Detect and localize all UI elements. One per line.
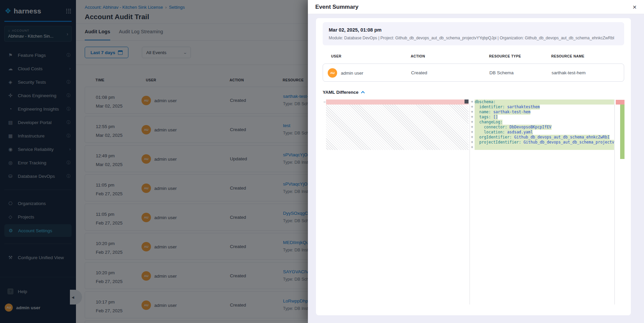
added-marker bbox=[620, 105, 625, 159]
yaml-line: changeLog: bbox=[475, 120, 614, 125]
chevron-up-icon bbox=[361, 91, 364, 94]
diff-original-pane bbox=[326, 99, 469, 150]
diff-overview-ruler bbox=[616, 99, 625, 305]
yaml-line: projectIdentifier: Github_db_devops_aut_… bbox=[475, 140, 614, 145]
event-timestamp: Mar 02, 2025, 01:08 pm bbox=[329, 27, 618, 33]
yaml-line: dbschema: bbox=[475, 99, 614, 105]
yaml-line bbox=[475, 145, 614, 150]
yaml-line: tags: [] bbox=[475, 115, 614, 120]
event-table-header: USER ACTION RESOURCE TYPE RESOURCE NAME bbox=[323, 54, 624, 59]
removed-line-bar bbox=[326, 99, 469, 105]
diff-empty-hatch bbox=[326, 105, 469, 150]
close-icon[interactable]: × bbox=[633, 4, 637, 10]
diff-sash-handle[interactable] bbox=[465, 99, 469, 104]
event-meta: Module: Database DevOps | Project: Githu… bbox=[329, 36, 618, 40]
yaml-line: name: sarthak-test-hem bbox=[475, 110, 614, 115]
event-summary-panel: Mar 02, 2025, 01:08 pm Module: Database … bbox=[316, 18, 631, 315]
yaml-line: orgIdentifier: Github_db_devops_aut_db_s… bbox=[475, 135, 614, 140]
yaml-diff-editor: − ++++++++++ dbschema: identifier: sarth… bbox=[323, 99, 624, 305]
drawer-header: Event Summary × bbox=[308, 0, 644, 14]
diff-modified-pane: dbschema: identifier: sarthaktesthem nam… bbox=[475, 99, 614, 150]
added-line-gutter: ++++++++++ bbox=[471, 99, 475, 150]
yaml-line: location: asdsad.yaml bbox=[475, 130, 614, 135]
removed-marker bbox=[616, 100, 625, 105]
event-summary-drawer: Event Summary × Mar 02, 2025, 01:08 pm M… bbox=[308, 0, 644, 323]
yaml-difference-toggle[interactable]: YAML Difference bbox=[323, 90, 365, 95]
avatar: AU bbox=[328, 68, 337, 78]
app-root: ❖ harness ⌂ ACCOUNT Abhinav - Kitchen Si… bbox=[0, 0, 644, 323]
drawer-title: Event Summary bbox=[315, 4, 633, 10]
divider bbox=[470, 99, 470, 305]
event-info-card: Mar 02, 2025, 01:08 pm Module: Database … bbox=[323, 22, 624, 45]
yaml-line: connector: DbDevopsoBKpcpIfEV bbox=[475, 125, 614, 130]
divider bbox=[614, 99, 615, 305]
event-table-row: AUadmin user Created DB Schema sarthak-t… bbox=[323, 64, 624, 82]
yaml-line: identifier: sarthaktesthem bbox=[475, 105, 614, 110]
